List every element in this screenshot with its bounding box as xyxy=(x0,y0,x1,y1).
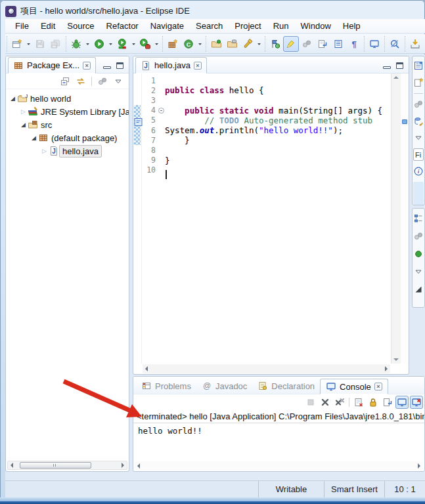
scroll-lock-button[interactable] xyxy=(367,396,380,409)
menu-help[interactable]: Help xyxy=(337,20,367,32)
scroll-thumb[interactable] xyxy=(20,462,91,469)
code-text[interactable]: } xyxy=(165,135,391,145)
line-number[interactable]: 8 xyxy=(142,146,158,155)
new-task-button[interactable] xyxy=(412,76,425,88)
coverage-button[interactable] xyxy=(114,36,130,52)
minimize-button[interactable] xyxy=(103,66,111,69)
view-menu-dropdown[interactable] xyxy=(112,75,125,88)
view-menu-button[interactable] xyxy=(412,230,425,243)
find-box[interactable]: Fi xyxy=(413,148,424,160)
goto-last-edit-button[interactable] xyxy=(315,36,330,52)
view-menu-dropdown[interactable] xyxy=(412,132,425,144)
tree-item-hello-java[interactable]: ▷Jhello.java xyxy=(6,144,129,158)
menu-file[interactable]: File xyxy=(9,20,35,32)
code-line-7[interactable]: 7 } xyxy=(142,135,391,145)
menu-edit[interactable]: Edit xyxy=(35,20,61,32)
tree-item-src[interactable]: ◢src xyxy=(6,118,129,131)
editor-vscrollbar[interactable] xyxy=(391,74,401,364)
run-button[interactable] xyxy=(91,36,107,52)
expanded-arrow-icon[interactable]: ◢ xyxy=(19,121,28,128)
mark-occurrences-button[interactable] xyxy=(283,36,299,52)
import-button[interactable] xyxy=(407,36,423,52)
maximize-button[interactable] xyxy=(116,62,123,69)
search-button[interactable] xyxy=(240,36,256,52)
menu-project[interactable]: Project xyxy=(229,20,267,32)
toggle-magnifier-button[interactable] xyxy=(387,36,403,52)
resize-grip[interactable] xyxy=(412,283,425,296)
scroll-left-icon[interactable] xyxy=(11,463,13,468)
tab-hello-java[interactable]: J hello.java × xyxy=(135,57,207,74)
remove-launch-button[interactable] xyxy=(319,396,332,409)
tab-javadoc[interactable]: @Javadoc xyxy=(196,378,252,394)
tree-item-jre-system-library-ja[interactable]: ▷JRE System Library [Ja xyxy=(6,105,129,118)
tab-declaration[interactable]: Declaration xyxy=(252,378,320,394)
task-list-icon[interactable] xyxy=(412,60,425,72)
code-line-4[interactable]: 4 public static void main(String[] args)… xyxy=(142,106,391,116)
collapse-all-button[interactable] xyxy=(58,75,72,88)
expanded-arrow-icon[interactable]: ◢ xyxy=(9,95,17,102)
coverage-button-dropdown[interactable] xyxy=(130,36,137,52)
menu-source[interactable]: Source xyxy=(61,20,100,32)
debug-button-dropdown[interactable] xyxy=(84,36,91,52)
open-resource-button[interactable] xyxy=(224,36,240,52)
scroll-left-icon[interactable] xyxy=(137,463,140,469)
scroll-down-icon[interactable] xyxy=(393,358,399,361)
code-line-2[interactable]: 2public class hello { xyxy=(142,85,391,95)
line-number[interactable]: 2 xyxy=(142,86,158,95)
close-icon[interactable]: × xyxy=(83,62,91,70)
editor-hscrollbar[interactable] xyxy=(143,364,390,373)
line-number[interactable]: 6 xyxy=(142,126,158,135)
annotation-gutter[interactable] xyxy=(133,74,142,364)
expanded-arrow-icon[interactable]: ◢ xyxy=(30,135,38,141)
scroll-right-icon[interactable] xyxy=(385,366,388,371)
scroll-right-icon[interactable] xyxy=(122,463,124,468)
show-outline-button[interactable] xyxy=(330,36,346,52)
view-menu-button[interactable] xyxy=(412,98,425,110)
status-dot-icon[interactable] xyxy=(412,247,425,261)
fold-marker-icon[interactable] xyxy=(158,108,165,114)
link-with-editor-button[interactable] xyxy=(74,75,87,88)
show-whitespace-button[interactable]: ¶ xyxy=(346,36,362,52)
code-text[interactable]: // TODO Auto-generated method stub xyxy=(165,116,391,125)
external-tools-button[interactable] xyxy=(137,36,153,52)
code-line-9[interactable]: 9} xyxy=(142,156,391,165)
line-number[interactable]: 5 xyxy=(142,116,158,125)
code-line-5[interactable]: 5 // TODO Auto-generated method stub xyxy=(142,116,391,125)
next-annotation-button[interactable] xyxy=(299,36,315,52)
code-line-3[interactable]: 3 xyxy=(142,95,391,105)
line-number[interactable]: 1 xyxy=(142,76,158,85)
menu-search[interactable]: Search xyxy=(190,20,229,32)
view-menu-button[interactable] xyxy=(96,75,109,88)
new-wizard-button-dropdown[interactable] xyxy=(25,36,32,52)
tab-problems[interactable]: Problems xyxy=(136,378,196,394)
collapsed-arrow-icon[interactable]: ▷ xyxy=(19,108,28,115)
overview-ruler[interactable] xyxy=(401,74,409,364)
console-output[interactable]: hello world!! xyxy=(133,423,424,436)
line-number[interactable]: 7 xyxy=(142,136,158,145)
menu-refactor[interactable]: Refactor xyxy=(101,20,145,32)
package-explorer-hscrollbar[interactable] xyxy=(7,461,127,470)
outline-icon[interactable] xyxy=(412,212,425,225)
line-number[interactable]: 9 xyxy=(142,156,158,165)
view-menu-dropdown[interactable] xyxy=(412,265,425,278)
line-number[interactable]: 4 xyxy=(142,106,158,115)
code-line-1[interactable]: 1 xyxy=(142,75,391,85)
open-type-button[interactable] xyxy=(208,36,224,52)
open-console-button[interactable] xyxy=(367,36,382,52)
run-button-dropdown[interactable] xyxy=(107,36,114,52)
code-line-10[interactable]: 10 xyxy=(142,165,391,175)
new-java-class-button-dropdown[interactable] xyxy=(196,36,204,52)
info-icon[interactable]: i xyxy=(412,165,425,177)
code-text[interactable]: public static void main(String[] args) { xyxy=(165,106,391,116)
menu-run[interactable]: Run xyxy=(267,20,295,32)
line-number[interactable]: 10 xyxy=(142,165,158,175)
scroll-right-icon[interactable] xyxy=(418,463,420,469)
code-line-8[interactable]: 8 xyxy=(142,145,391,155)
clear-console-button[interactable] xyxy=(352,396,365,409)
tab-console[interactable]: Console× xyxy=(320,379,388,394)
remove-all-terminated-button[interactable] xyxy=(333,396,346,409)
tree-item--default-package-[interactable]: ◢(default package) xyxy=(6,131,129,144)
collapsed-arrow-icon[interactable]: ▷ xyxy=(40,148,49,154)
overview-task-marker[interactable] xyxy=(402,119,407,124)
code-text[interactable]: public class hello { xyxy=(165,85,391,95)
